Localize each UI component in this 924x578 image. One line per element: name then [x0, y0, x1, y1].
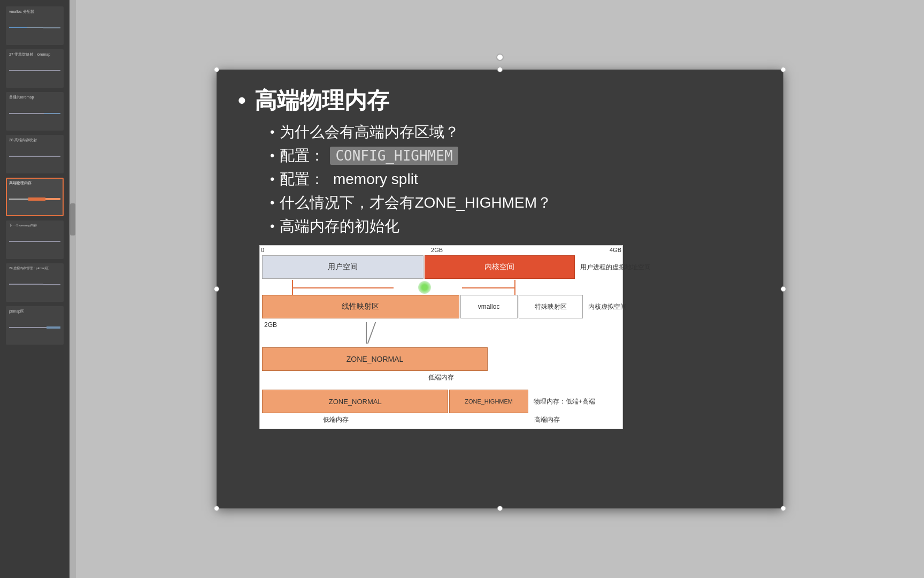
bullet-1: 为什么会有高端内存区域？: [270, 122, 762, 142]
resize-handle-bl[interactable]: [214, 506, 219, 511]
slide-thumb-2[interactable]: 27 零草堂映射：ioremap: [6, 49, 64, 88]
slide-preview-7: [9, 270, 60, 299]
bullet-5-text: 高端内存的初始化: [280, 216, 399, 237]
slide-preview-8: [9, 314, 60, 341]
resize-handle-ml[interactable]: [214, 286, 219, 292]
diagram-separator: [260, 384, 622, 389]
row3-aside: 物理内存：低端+高端: [529, 390, 620, 413]
bullet-4: 什么情况下，才会有ZONE_HIGHMEM？: [270, 193, 762, 213]
slide-preview-3: [9, 100, 60, 127]
user-space-box: 用户空间: [262, 255, 424, 279]
zone-labels-2: 低端内存 高端内存: [260, 414, 622, 427]
slide-content: • 高端物理内存 为什么会有高端内存区域？ 配置： CONFIG_HIGHMEM…: [217, 70, 783, 508]
diagram-scale: 0 2GB 4GB: [260, 246, 622, 254]
row1-aside-text: 用户进程的虚拟地址空间: [580, 263, 651, 272]
zone-labels-1: 低端内存: [260, 372, 622, 384]
slide-thumb-1[interactable]: vmalloc 分配器: [6, 6, 64, 45]
zone-normal-box1: ZONE_NORMAL: [262, 347, 488, 371]
bullet-2-prefix: 配置：: [280, 146, 325, 166]
vmalloc-box: vmalloc: [460, 295, 518, 318]
rotate-handle[interactable]: [496, 54, 504, 61]
main-area: • 高端物理内存 为什么会有高端内存区域？ 配置： CONFIG_HIGHMEM…: [76, 0, 924, 578]
bullet-5: 高端内存的初始化: [270, 216, 762, 237]
scale-0: 0: [261, 247, 264, 253]
bullet-2: 配置： CONFIG_HIGHMEM: [270, 146, 762, 166]
title-bullet: •: [238, 88, 246, 113]
zone-normal-row1: ZONE_NORMAL: [260, 346, 622, 372]
row2-aside-text: 内核虚拟空间: [588, 302, 627, 311]
scale-4gb: 4GB: [610, 247, 621, 253]
config-highmem: CONFIG_HIGHMEM: [330, 147, 458, 165]
slide-preview-1: [9, 14, 60, 42]
resize-handle-br[interactable]: [781, 506, 786, 511]
linear-map-box: 线性映射区: [262, 295, 459, 318]
slide-label-2: 27 零草堂映射：ioremap: [9, 52, 60, 57]
bullet-3: 配置： memory split: [270, 169, 762, 189]
cursor-indicator: [418, 281, 431, 294]
slide-label-8: pkmap区: [9, 309, 60, 314]
slide-thumb-4[interactable]: 28 高端内存映射: [6, 135, 64, 173]
slide-label-7: 29 虚拟内存管理：pkmap区: [9, 267, 60, 270]
resize-handle-tl[interactable]: [214, 67, 219, 72]
zone-highmem-box: ZONE_HIGHMEM: [449, 390, 528, 413]
slide-container: • 高端物理内存 为什么会有高端内存区域？ 配置： CONFIG_HIGHMEM…: [217, 70, 783, 508]
resize-handle-tr[interactable]: [781, 67, 786, 72]
row1-aside: 用户进程的虚拟地址空间: [576, 255, 651, 279]
slide-preview-5: [9, 185, 60, 213]
high-memory-label: 高端内存: [534, 415, 560, 424]
memory-diagram: 0 2GB 4GB 用户空间 内核空间 用户进程的虚拟地址空间: [259, 245, 623, 429]
linear-map-label: 线性映射区: [342, 302, 379, 311]
slide-preview-6: [9, 227, 60, 256]
slide-label-4: 28 高端内存映射: [9, 138, 60, 142]
resize-handle-tm[interactable]: [497, 67, 503, 72]
slide-thumb-8[interactable]: pkmap区: [6, 306, 64, 345]
slide-label-1: vmalloc 分配器: [9, 10, 60, 14]
slide-title: • 高端物理内存: [238, 86, 762, 116]
low-memory-label2: 低端内存: [323, 415, 349, 424]
slide-thumb-3[interactable]: 普通的ioremap: [6, 92, 64, 131]
sidebar-scrollbar[interactable]: [70, 0, 76, 578]
special-map-box: 特殊映射区: [519, 295, 583, 318]
kernel-space-label: 内核空间: [484, 262, 514, 272]
bullet-4-text: 什么情况下，才会有ZONE_HIGHMEM？: [280, 193, 552, 213]
bullet-3-text: 配置： memory split: [280, 169, 418, 189]
slide-thumb-6[interactable]: 下一个ioremap内容: [6, 220, 64, 259]
slide-preview-4: [9, 142, 60, 170]
resize-handle-bm[interactable]: [497, 506, 503, 511]
arrow-area: 2GB: [260, 320, 622, 346]
slide-thumb-5[interactable]: 高端物理内存: [6, 178, 64, 216]
zone-normal-label1: ZONE_NORMAL: [346, 355, 404, 363]
zone-highmem-label: ZONE_HIGHMEM: [465, 398, 513, 405]
zone-normal-box2: ZONE_NORMAL: [262, 390, 448, 413]
user-space-label: 用户空间: [328, 262, 358, 272]
scrollbar-thumb[interactable]: [70, 203, 75, 235]
scale-2gb: 2GB: [431, 247, 443, 253]
title-text: 高端物理内存: [255, 86, 389, 116]
slide-label-6: 下一个ioremap内容: [9, 224, 60, 227]
row2-aside: 内核虚拟空间: [584, 295, 627, 318]
row3-aside-text: 物理内存：低端+高端: [534, 397, 595, 406]
slide-preview-2: [9, 57, 60, 85]
slide-panel: vmalloc 分配器 27 零草堂映射：ioremap 普通的ioremap …: [0, 0, 70, 578]
slide-label-3: 普通的ioremap: [9, 95, 60, 100]
resize-handle-mr[interactable]: [781, 286, 786, 292]
connector-area: [260, 280, 622, 295]
low-memory-label: 低端内存: [428, 373, 454, 382]
bullet-1-text: 为什么会有高端内存区域？: [280, 122, 459, 142]
zone-normal-label2: ZONE_NORMAL: [329, 398, 382, 406]
vmalloc-label: vmalloc: [478, 303, 500, 310]
slide-thumb-7[interactable]: 29 虚拟内存管理：pkmap区: [6, 263, 64, 302]
diagram-bottom-pad: [260, 427, 622, 429]
special-map-label: 特殊映射区: [535, 302, 567, 311]
slide-label-5: 高端物理内存: [9, 181, 60, 185]
kernel-space-box: 内核空间: [425, 255, 575, 279]
